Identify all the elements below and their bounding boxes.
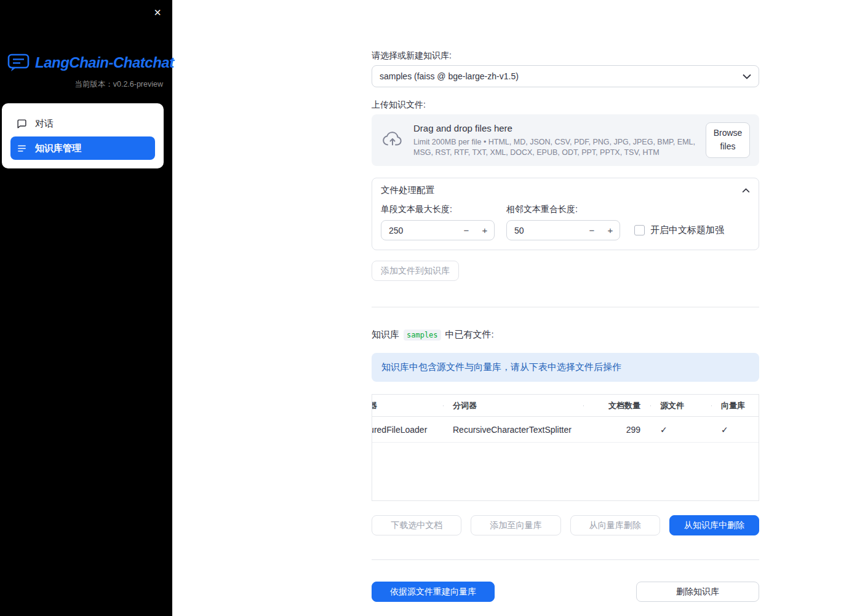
chunk-size-increment-button[interactable]: + — [476, 221, 494, 240]
content-column: 请选择或新建知识库: samples (faiss @ bge-large-zh… — [372, 0, 759, 602]
chunk-size-value: 250 — [381, 226, 457, 235]
app-logo: LangChain-Chatchat — [0, 0, 172, 72]
kb-select-label: 请选择或新建知识库: — [372, 50, 759, 61]
info-banner-text: 知识库中包含源文件与向量库，请从下表中选择文件后操作 — [381, 361, 621, 373]
table-header-source[interactable]: 源文件 — [650, 400, 711, 411]
overlap-increment-button[interactable]: + — [601, 221, 620, 240]
cell-vector-check[interactable]: ✓ — [711, 425, 759, 435]
table-header-docs[interactable]: 文档数量 — [583, 400, 650, 411]
zh-title-checkbox-group: 开启中文标题加强 — [634, 220, 724, 240]
table-header-vector[interactable]: 向量库 — [711, 400, 759, 411]
expander-title: 文件处理配置 — [381, 184, 434, 196]
add-to-vector-store-button[interactable]: 添加至向量库 — [471, 515, 560, 535]
file-dropzone[interactable]: Drag and drop files here Limit 200MB per… — [372, 114, 759, 166]
divider — [372, 559, 759, 560]
overlap-value: 50 — [507, 226, 583, 235]
version-label: 当前版本：v0.2.6-preview — [0, 72, 172, 90]
table-row[interactable]: UnstructuredFileLoader RecursiveCharacte… — [372, 417, 759, 443]
chat-bubble-icon — [17, 119, 27, 129]
zh-title-checkbox[interactable] — [634, 225, 645, 235]
table-header-row: 文档加载器 分词器 文档数量 源文件 向量库 — [372, 395, 759, 417]
kb-name-code: samples — [404, 330, 441, 341]
sidebar-item-dialogue[interactable]: 对话 — [10, 112, 155, 135]
kb-files-prefix: 知识库 — [372, 329, 399, 341]
delete-kb-button[interactable]: 删除知识库 — [636, 582, 759, 602]
zh-title-checkbox-label[interactable]: 开启中文标题加强 — [650, 224, 724, 236]
dropzone-title: Drag and drop files here — [413, 123, 696, 133]
expander-header[interactable]: 文件处理配置 — [372, 178, 759, 202]
sidebar-menu: 对话 知识库管理 — [2, 103, 164, 168]
dropzone-limit: Limit 200MB per file • HTML, MD, JSON, C… — [413, 137, 696, 157]
rebuild-vector-store-button[interactable]: 依据源文件重建向量库 — [372, 582, 495, 602]
cloud-upload-icon — [381, 130, 404, 151]
chunk-size-decrement-button[interactable]: − — [457, 221, 476, 240]
kb-management-actions: 依据源文件重建向量库 删除知识库 — [372, 582, 759, 602]
overlap-decrement-button[interactable]: − — [583, 221, 601, 240]
sidebar-item-label: 对话 — [35, 118, 54, 130]
delete-from-vector-store-button[interactable]: 从向量库删除 — [570, 515, 660, 535]
expander-body: 单段文本最大长度: 250 − + 相邻文本重合长度: 50 − + — [372, 202, 759, 250]
sidebar-item-label: 知识库管理 — [35, 143, 81, 154]
kb-files-table: 文档加载器 分词器 文档数量 源文件 向量库 UnstructuredFileL… — [372, 394, 759, 501]
chunk-size-label: 单段文本最大长度: — [381, 204, 495, 215]
delete-from-kb-button[interactable]: 从知识库中删除 — [669, 515, 759, 535]
sidebar: × LangChain-Chatchat 当前版本：v0.2.6-preview… — [0, 0, 172, 616]
file-config-expander: 文件处理配置 单段文本最大长度: 250 − + 相邻文本重合长度: — [372, 178, 759, 250]
sidebar-item-knowledge-base[interactable]: 知识库管理 — [10, 136, 155, 160]
table-header-loader[interactable]: 文档加载器 — [372, 400, 443, 411]
dropzone-text: Drag and drop files here Limit 200MB per… — [413, 123, 696, 157]
kb-files-suffix: 中已有文件: — [445, 329, 494, 341]
divider — [372, 307, 759, 307]
overlap-input[interactable]: 50 − + — [506, 220, 620, 240]
table-header-splitter[interactable]: 分词器 — [443, 400, 583, 411]
main-area: 请选择或新建知识库: samples (faiss @ bge-large-zh… — [172, 0, 849, 616]
kb-select-value: samples (faiss @ bge-large-zh-v1.5) — [380, 71, 519, 81]
chevron-down-icon — [743, 71, 751, 81]
cell-docs[interactable]: 299 — [583, 425, 650, 435]
info-banner: 知识库中包含源文件与向量库，请从下表中选择文件后操作 — [372, 353, 759, 382]
kb-select-dropdown[interactable]: samples (faiss @ bge-large-zh-v1.5) — [372, 65, 759, 87]
app-title: LangChain-Chatchat — [35, 54, 174, 71]
logo-chat-icon — [7, 53, 30, 72]
add-files-to-kb-button[interactable]: 添加文件到知识库 — [372, 261, 459, 281]
overlap-label: 相邻文本重合长度: — [506, 204, 620, 215]
kb-files-heading: 知识库 samples 中已有文件: — [372, 329, 759, 341]
cell-source-check[interactable]: ✓ — [650, 425, 711, 435]
overlap-group: 相邻文本重合长度: 50 − + — [506, 204, 620, 240]
table-actions: 下载选中文档 添加至向量库 从向量库删除 从知识库中删除 — [372, 515, 759, 535]
upload-label: 上传知识文件: — [372, 100, 759, 111]
chevron-up-icon — [742, 185, 750, 195]
chunk-size-input[interactable]: 250 − + — [381, 220, 495, 240]
cell-splitter[interactable]: RecursiveCharacterTextSplitter — [443, 425, 583, 435]
chunk-size-group: 单段文本最大长度: 250 − + — [381, 204, 495, 240]
cell-loader[interactable]: UnstructuredFileLoader — [372, 425, 443, 435]
list-icon — [17, 143, 27, 154]
browse-files-button[interactable]: Browse files — [706, 122, 750, 157]
sidebar-close-button[interactable]: × — [150, 4, 165, 21]
download-selected-button[interactable]: 下载选中文档 — [372, 515, 461, 535]
